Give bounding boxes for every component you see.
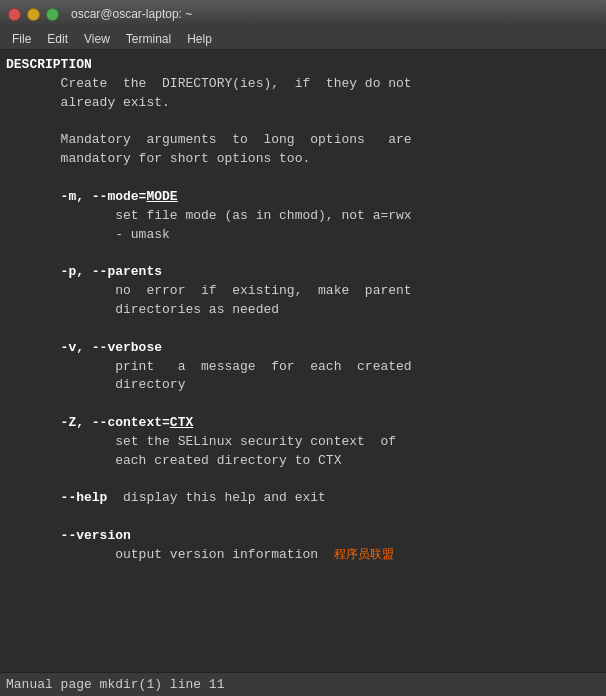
version-flag: --version xyxy=(61,528,131,543)
menu-help[interactable]: Help xyxy=(179,30,220,48)
verbose-flag: -v, --verbose xyxy=(61,340,162,355)
window-title: oscar@oscar-laptop: ~ xyxy=(71,7,192,21)
menu-file[interactable]: File xyxy=(4,30,39,48)
status-bar: Manual page mkdir(1) line 11 xyxy=(0,672,606,696)
minimize-button[interactable] xyxy=(27,8,40,21)
maximize-button[interactable] xyxy=(46,8,59,21)
help-flag: --help xyxy=(61,490,108,505)
description-header: DESCRIPTION xyxy=(6,57,92,72)
watermark-text: 程序员联盟 xyxy=(334,547,394,561)
close-button[interactable] xyxy=(8,8,21,21)
terminal-content: DESCRIPTION Create the DIRECTORY(ies), i… xyxy=(0,50,606,672)
menu-bar: File Edit View Terminal Help xyxy=(0,28,606,50)
context-value: CTX xyxy=(170,415,193,430)
title-bar: oscar@oscar-laptop: ~ xyxy=(0,0,606,28)
menu-view[interactable]: View xyxy=(76,30,118,48)
mode-value: MODE xyxy=(146,189,177,204)
parents-flag: -p, --parents xyxy=(61,264,162,279)
menu-edit[interactable]: Edit xyxy=(39,30,76,48)
status-text: Manual page mkdir(1) line 11 xyxy=(6,677,224,692)
mode-flag: -m, --mode= xyxy=(61,189,147,204)
context-flag: -Z, --context= xyxy=(61,415,170,430)
menu-terminal[interactable]: Terminal xyxy=(118,30,179,48)
terminal-text: DESCRIPTION Create the DIRECTORY(ies), i… xyxy=(0,54,606,567)
